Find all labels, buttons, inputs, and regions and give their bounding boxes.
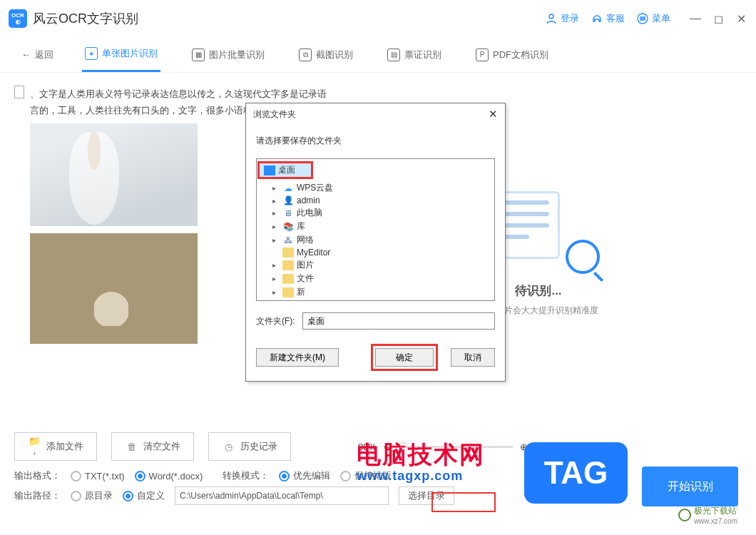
tree-item-desktop[interactable]: 桌面 bbox=[260, 163, 311, 177]
tree-item-pc[interactable]: ▸🖥此电脑 bbox=[258, 206, 493, 220]
format-label: 输出格式： bbox=[14, 469, 61, 482]
dialog-title: 浏览文件夹 bbox=[253, 108, 296, 121]
tabbar: ← 返回 ✦单张图片识别 ▦图片批量识别 ⧉截图识别 ▤票证识别 PPDF文档识… bbox=[0, 37, 756, 73]
tree-item-net[interactable]: ▸🖧网络 bbox=[258, 233, 493, 247]
dialog-close-button[interactable]: ✕ bbox=[489, 108, 498, 121]
radio-word[interactable]: Word(*.docx) bbox=[135, 471, 203, 482]
chevron-right-icon: ▸ bbox=[272, 261, 280, 269]
menu-icon bbox=[636, 12, 649, 25]
image-icon: ✦ bbox=[85, 47, 98, 60]
action-row: 📁₊添加文件 🗑清空文件 ◷历史记录 80% ⊖ ⊕ bbox=[14, 432, 742, 461]
support-label: 客服 bbox=[606, 12, 625, 25]
pc-icon: 🖥 bbox=[282, 208, 294, 218]
menu-button[interactable]: 菜单 bbox=[636, 12, 670, 25]
maximize-button[interactable]: ◻ bbox=[712, 12, 725, 25]
clock-icon: ◷ bbox=[222, 440, 235, 453]
radio-custom-dir[interactable]: 自定义 bbox=[123, 489, 165, 502]
trash-icon: 🗑 bbox=[125, 440, 138, 453]
tree-item-new[interactable]: ▸新 bbox=[258, 285, 493, 299]
header-left: OCR◐ 风云OCR文字识别 bbox=[9, 9, 138, 28]
tree-item-lib[interactable]: ▸📚库 bbox=[258, 220, 493, 233]
select-dir-button[interactable]: 选择目录 bbox=[399, 486, 454, 505]
arrow-left-icon: ← bbox=[21, 49, 31, 60]
folder-tree[interactable]: 桌面 ▸☁WPS云盘 ▸👤admin ▸🖥此电脑 ▸📚库 ▸🖧网络 MyEdit… bbox=[256, 158, 495, 301]
start-button[interactable]: 开始识别 bbox=[642, 467, 738, 506]
history-button[interactable]: ◷历史记录 bbox=[208, 432, 291, 461]
folder-name-input[interactable] bbox=[302, 312, 495, 330]
pdf-icon: P bbox=[476, 49, 489, 61]
chevron-right-icon: ▸ bbox=[272, 275, 280, 282]
folder-icon bbox=[282, 248, 294, 258]
chevron-right-icon: ▸ bbox=[272, 236, 280, 244]
path-row: 输出路径： 原目录 自定义 选择目录 bbox=[14, 486, 742, 505]
back-label: 返回 bbox=[35, 49, 53, 61]
new-folder-button[interactable]: 新建文件夹(M) bbox=[256, 348, 339, 367]
tab-batch-image[interactable]: ▦图片批量识别 bbox=[189, 38, 267, 72]
header-right: 登录 客服 菜单 — ◻ ✕ bbox=[545, 12, 747, 25]
radio-txt[interactable]: TXT(*.txt) bbox=[71, 471, 125, 482]
tab-ticket[interactable]: ▤票证识别 bbox=[384, 38, 444, 72]
chevron-right-icon: ▸ bbox=[272, 209, 280, 217]
path-input[interactable] bbox=[175, 486, 389, 505]
chevron-right-icon: ▸ bbox=[272, 288, 280, 296]
chevron-right-icon: ▸ bbox=[272, 184, 280, 192]
tree-item-images[interactable]: ▸图片 bbox=[258, 258, 493, 272]
chevron-right-icon: ▸ bbox=[272, 197, 280, 205]
folder-icon bbox=[282, 287, 294, 297]
crop-icon: ⧉ bbox=[299, 49, 312, 61]
path-label: 输出路径： bbox=[14, 489, 61, 502]
zoom-out-button[interactable]: ⊖ bbox=[384, 442, 392, 452]
user-icon bbox=[545, 12, 558, 25]
folder-icon bbox=[282, 260, 294, 270]
close-button[interactable]: ✕ bbox=[735, 12, 747, 25]
tree-item-resources[interactable]: 资源文件 bbox=[258, 299, 493, 301]
login-button[interactable]: 登录 bbox=[545, 12, 579, 25]
library-icon: 📚 bbox=[282, 222, 294, 232]
zoom-value: 80% bbox=[358, 442, 377, 452]
tab-screenshot[interactable]: ⧉截图识别 bbox=[296, 38, 356, 72]
ok-button[interactable]: 确定 bbox=[375, 348, 434, 367]
desktop-icon bbox=[264, 165, 275, 175]
placeholder-title: 待识别... bbox=[515, 282, 561, 299]
folder-plus-icon: 📁₊ bbox=[28, 440, 41, 453]
support-button[interactable]: 客服 bbox=[591, 12, 625, 25]
tab-single-image[interactable]: ✦单张图片识别 bbox=[82, 38, 160, 72]
window-controls: — ◻ ✕ bbox=[689, 12, 747, 25]
radio-orig-dir[interactable]: 原目录 bbox=[71, 489, 113, 502]
highlight-desktop: 桌面 bbox=[257, 161, 313, 179]
dialog-body: 请选择要保存的文件夹 桌面 ▸☁WPS云盘 ▸👤admin ▸🖥此电脑 ▸📚库 … bbox=[246, 125, 505, 337]
clear-file-button[interactable]: 🗑清空文件 bbox=[111, 432, 194, 461]
cancel-button[interactable]: 取消 bbox=[451, 348, 495, 367]
card-icon: ▤ bbox=[387, 49, 400, 61]
menu-label: 菜单 bbox=[652, 12, 670, 25]
svg-point-0 bbox=[549, 14, 553, 19]
cloud-icon: ☁ bbox=[282, 183, 294, 193]
tree-item-myeditor[interactable]: MyEditor bbox=[258, 247, 493, 258]
tab-pdf[interactable]: PPDF文档识别 bbox=[473, 38, 551, 72]
page-thumb[interactable] bbox=[14, 86, 24, 98]
minimize-button[interactable]: — bbox=[689, 12, 702, 25]
mode-label: 转换模式： bbox=[223, 469, 269, 482]
app-title: 风云OCR文字识别 bbox=[33, 10, 138, 27]
chevron-right-icon: ▸ bbox=[272, 223, 280, 230]
network-icon: 🖧 bbox=[282, 235, 294, 245]
folder-icon bbox=[282, 301, 294, 302]
back-button[interactable]: ← 返回 bbox=[21, 49, 53, 61]
login-label: 登录 bbox=[561, 12, 579, 25]
zoom-slider[interactable] bbox=[399, 446, 513, 448]
images-icon: ▦ bbox=[192, 49, 205, 61]
folder-name-row: 文件夹(F): bbox=[256, 312, 495, 330]
radio-keep-layout[interactable]: 保持排版 bbox=[340, 469, 392, 482]
tree-item-files[interactable]: ▸文件 bbox=[258, 272, 493, 285]
zoom-control: 80% ⊖ ⊕ bbox=[358, 442, 528, 452]
photo-1 bbox=[30, 123, 198, 226]
tree-item-admin[interactable]: ▸👤admin bbox=[258, 195, 493, 206]
zoom-in-button[interactable]: ⊕ bbox=[520, 442, 528, 452]
radio-edit-first[interactable]: 优先编辑 bbox=[279, 469, 330, 482]
format-row: 输出格式： TXT(*.txt) Word(*.docx) 转换模式： 优先编辑… bbox=[14, 469, 742, 482]
tree-item-wps[interactable]: ▸☁WPS云盘 bbox=[258, 181, 493, 195]
dialog-actions: 新建文件夹(M) 确定 取消 bbox=[246, 337, 505, 381]
browse-folder-dialog: 浏览文件夹 ✕ 请选择要保存的文件夹 桌面 ▸☁WPS云盘 ▸👤admin ▸🖥… bbox=[245, 103, 506, 382]
dialog-title-bar[interactable]: 浏览文件夹 ✕ bbox=[246, 103, 505, 125]
add-file-button[interactable]: 📁₊添加文件 bbox=[14, 432, 97, 461]
